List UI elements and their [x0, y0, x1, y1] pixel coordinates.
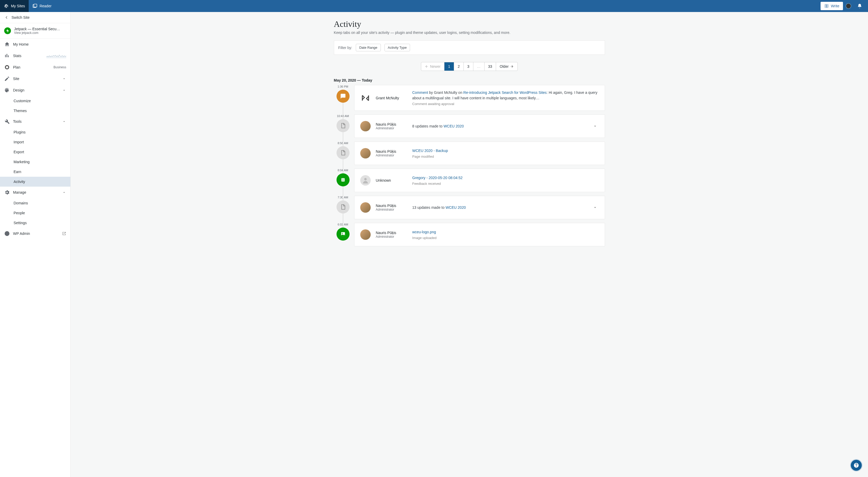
expand-button[interactable] [591, 203, 599, 212]
nav-myhome[interactable]: My Home [0, 39, 70, 50]
switch-site-button[interactable]: Switch Site [0, 12, 70, 23]
nav-people[interactable]: People [0, 208, 70, 218]
notifications-button[interactable] [854, 2, 865, 10]
nav-design[interactable]: Design [0, 85, 70, 96]
user-avatar[interactable] [845, 3, 851, 9]
write-button[interactable]: Write [820, 2, 843, 10]
nav-plan[interactable]: Plan Business [0, 62, 70, 73]
pagination-page-3[interactable]: 3 [464, 62, 473, 71]
site-info: Jetpack — Essential Security & P View je… [14, 27, 61, 35]
mysites-button[interactable]: My Sites [0, 0, 29, 12]
bell-icon [857, 3, 862, 9]
nav-manage-label: Manage [13, 190, 26, 194]
site-card[interactable]: Jetpack — Essential Security & P View je… [0, 23, 70, 39]
wordpress-icon [4, 231, 10, 236]
arrow-left-icon [425, 65, 429, 68]
activity-card[interactable]: Grant McNulty Comment by Grant McNulty o… [354, 85, 605, 111]
reader-button[interactable]: Reader [29, 0, 55, 12]
filter-activitytype-button[interactable]: Activity Type [384, 44, 410, 51]
plan-icon [4, 64, 10, 70]
actor-info: Nauris Pūķis Administrator [376, 122, 407, 130]
nav-activity[interactable]: Activity [0, 177, 70, 187]
activity-card[interactable]: Nauris Pūķis Administrator 13 updates ma… [354, 196, 605, 219]
nav-plugins[interactable]: Plugins [0, 127, 70, 137]
activity-card[interactable]: Nauris Pūķis Administrator WCEU 2020 - B… [354, 141, 605, 165]
pagination-older-button[interactable]: Older [496, 62, 518, 71]
nav-themes[interactable]: Themes [0, 106, 70, 116]
actor-name: Nauris Pūķis [376, 149, 407, 154]
comment-link[interactable]: Comment [412, 90, 428, 95]
nav-import[interactable]: Import [0, 137, 70, 147]
post-link[interactable]: WCEU 2020 [445, 205, 466, 210]
nav-export[interactable]: Export [0, 147, 70, 157]
sidebar: Switch Site Jetpack — Essential Security… [0, 12, 71, 477]
post-link[interactable]: WCEU 2020 - Backup [412, 149, 448, 153]
chevron-left-icon [4, 15, 9, 20]
help-icon [854, 463, 859, 468]
pagination-ellipsis: … [473, 62, 485, 71]
pagination-page-last[interactable]: 33 [485, 62, 496, 71]
nav-marketing[interactable]: Marketing [0, 157, 70, 167]
site-name-label: Jetpack — Essential Security & P [14, 27, 61, 31]
svg-point-7 [6, 66, 8, 68]
activity-card[interactable]: Unknown Gregory - 2020-05-20 08:04:52 Fe… [354, 169, 605, 192]
chevron-up-icon [62, 88, 66, 92]
svg-point-8 [5, 231, 9, 236]
wordpress-icon [4, 3, 9, 9]
post-icon [337, 119, 349, 132]
nav-settings[interactable]: Settings [0, 218, 70, 228]
actor-info: Unknown [376, 178, 407, 183]
chevron-up-icon [62, 119, 66, 124]
plan-badge: Business [54, 65, 66, 69]
nav-site-label: Site [13, 76, 19, 81]
chevron-down-icon [62, 76, 66, 81]
feedback-icon [337, 173, 349, 186]
pagination-page-1[interactable]: 1 [444, 62, 454, 71]
design-icon [4, 87, 10, 93]
nav-stats-label: Stats [13, 54, 21, 58]
event-time: 1:36 PM [334, 85, 352, 88]
pagination-newer-button[interactable]: Newer [421, 62, 444, 71]
masterbar-left: My Sites Reader [0, 0, 55, 12]
stats-icon [4, 53, 10, 59]
write-label: Write [831, 4, 839, 8]
event-meta: Comment awaiting approval [412, 102, 599, 106]
filter-label: Filter by: [338, 45, 352, 50]
help-button[interactable] [851, 460, 862, 471]
actor-avatar [360, 202, 371, 213]
nav-import-label: Import [13, 140, 24, 144]
nav-stats[interactable]: Stats [0, 50, 70, 62]
activity-card[interactable]: Nauris Pūķis Administrator wceu-logo.png… [354, 223, 605, 246]
expand-button[interactable] [591, 122, 599, 130]
activity-card[interactable]: Nauris Pūķis Administrator 8 updates mad… [354, 115, 605, 138]
media-link[interactable]: wceu-logo.png [412, 230, 436, 234]
nav-earn-label: Earn [13, 170, 21, 174]
nav-customize-label: Customize [13, 99, 31, 103]
pagination-page-2[interactable]: 2 [454, 62, 464, 71]
event-meta: Image uploaded [412, 236, 599, 240]
nav-tools[interactable]: Tools [0, 116, 70, 127]
event-text-mid: by Grant McNulty on [428, 90, 463, 95]
svg-point-15 [364, 178, 367, 180]
post-link[interactable]: Re-introducing Jetpack Search for WordPr… [463, 90, 547, 95]
actor-info: Nauris Pūķis Administrator [376, 203, 407, 212]
nav-wpadmin[interactable]: WP Admin [0, 228, 70, 239]
actor-role: Administrator [376, 208, 407, 212]
nav-earn[interactable]: Earn [0, 167, 70, 177]
nav-domains-label: Domains [13, 201, 28, 205]
actor-name: Nauris Pūķis [376, 122, 407, 126]
nav-domains[interactable]: Domains [0, 198, 70, 208]
nav-customize[interactable]: Customize [0, 96, 70, 106]
post-link[interactable]: WCEU 2020 [443, 124, 464, 128]
svg-point-14 [343, 180, 344, 181]
feedback-link[interactable]: Gregory - 2020-05-20 08:04:52 [412, 176, 463, 180]
actor-info: Grant McNulty [376, 96, 407, 100]
nav-myhome-label: My Home [13, 42, 29, 46]
nav-manage[interactable]: Manage [0, 187, 70, 198]
external-link-icon [62, 231, 66, 235]
content-area: Activity Keep tabs on all your site's ac… [71, 12, 868, 477]
arrow-right-icon [510, 65, 514, 68]
reader-label: Reader [40, 4, 52, 8]
nav-site[interactable]: Site [0, 73, 70, 85]
filter-daterange-button[interactable]: Date Range [356, 44, 380, 51]
